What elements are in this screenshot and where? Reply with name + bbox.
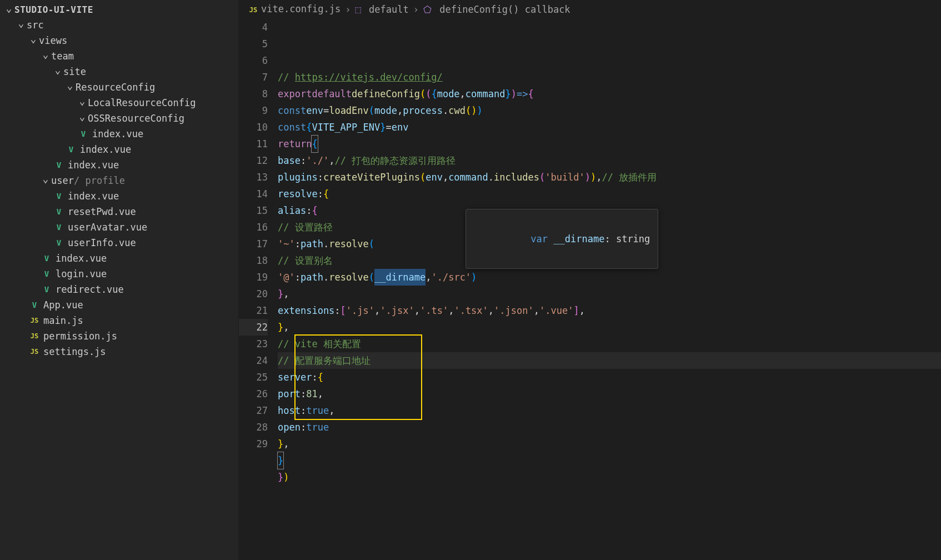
code-line[interactable]: const { VITE_APP_ENV } = env xyxy=(278,119,941,136)
tree-item-label: userInfo.vue xyxy=(68,237,136,248)
line-number: 8 xyxy=(239,86,268,102)
tree-item-label: views xyxy=(39,35,67,46)
tree-item-label: redirect.vue xyxy=(56,284,124,295)
line-number: 18 xyxy=(239,252,268,269)
line-number: 10 xyxy=(239,119,268,136)
chevron-down-icon xyxy=(78,98,87,107)
vue-icon xyxy=(78,128,89,139)
vue-icon xyxy=(29,299,40,311)
line-number: 15 xyxy=(239,202,268,219)
line-number: 27 xyxy=(239,402,268,419)
tree-item-label: settings.js xyxy=(43,346,106,357)
vue-icon xyxy=(53,191,64,202)
file-item[interactable]: index.vue xyxy=(0,251,238,266)
code-line[interactable]: }, xyxy=(278,319,941,336)
tree-item-label: src xyxy=(27,19,44,31)
code-line[interactable]: '@': path.resolve(__dirname, './src') xyxy=(278,269,941,286)
line-number: 24 xyxy=(239,352,268,369)
tree-item-label: index.vue xyxy=(68,191,119,202)
folder-item[interactable]: OSSResourceConfig xyxy=(0,111,238,126)
file-item[interactable]: redirect.vue xyxy=(0,282,238,297)
code-line[interactable]: // https://vitejs.dev/config/ xyxy=(278,69,941,86)
vue-icon xyxy=(41,253,52,264)
line-number: 29 xyxy=(239,436,268,452)
tree-item-label: index.vue xyxy=(68,159,119,171)
code-content[interactable]: // https://vitejs.dev/config/export defa… xyxy=(278,19,941,560)
tree-item-label: user xyxy=(51,175,74,186)
folder-item[interactable]: user / profile xyxy=(0,173,238,188)
folder-item[interactable]: team xyxy=(0,48,238,64)
code-line[interactable]: export default defineConfig(({ mode, com… xyxy=(278,86,941,102)
file-item[interactable]: index.vue xyxy=(0,188,238,204)
chevron-down-icon xyxy=(41,52,50,61)
breadcrumb-file[interactable]: vite.config.js xyxy=(248,3,341,16)
breadcrumb-separator: › xyxy=(345,4,351,15)
breadcrumb-separator: › xyxy=(413,4,419,15)
folder-item[interactable]: ResourceConfig xyxy=(0,79,238,95)
project-name: STUDIO-UI-VITE xyxy=(14,4,93,15)
code-line[interactable]: port: 81, xyxy=(278,386,941,402)
tree-item-label: site xyxy=(63,66,86,77)
code-line[interactable]: host: true, xyxy=(278,402,941,419)
line-number-gutter: 4567891011121314151617181920212223242526… xyxy=(239,19,278,560)
line-number: 28 xyxy=(239,419,268,436)
file-item[interactable]: index.vue xyxy=(0,142,238,157)
code-line[interactable]: // vite 相关配置 xyxy=(278,336,941,352)
tree-item-label: App.vue xyxy=(43,299,83,311)
file-explorer[interactable]: STUDIO-UI-VITE srcviewsteamsiteResourceC… xyxy=(0,0,239,560)
code-line[interactable]: }) xyxy=(278,469,941,486)
editor-pane: vite.config.js › ⬚ default › ⬠ defineCon… xyxy=(239,0,941,560)
code-line[interactable]: resolve: { xyxy=(278,186,941,202)
code-line[interactable]: } xyxy=(278,452,941,469)
file-item[interactable]: userAvatar.vue xyxy=(0,219,238,235)
line-number: 9 xyxy=(239,102,268,119)
tree-item-label: ResourceConfig xyxy=(76,82,155,93)
chevron-down-icon xyxy=(78,114,87,123)
file-item[interactable]: permission.js xyxy=(0,328,238,344)
tree-item-label: OSSResourceConfig xyxy=(88,113,184,124)
file-item[interactable]: userInfo.vue xyxy=(0,235,238,251)
breadcrumb-symbol-2[interactable]: ⬠ defineConfig() callback xyxy=(423,4,570,15)
breadcrumb[interactable]: vite.config.js › ⬚ default › ⬠ defineCon… xyxy=(239,0,941,19)
code-area[interactable]: 4567891011121314151617181920212223242526… xyxy=(239,19,941,560)
code-line[interactable] xyxy=(278,52,941,69)
vue-icon xyxy=(53,159,64,171)
file-item[interactable]: resetPwd.vue xyxy=(0,204,238,219)
file-item[interactable]: settings.js xyxy=(0,344,238,359)
tree-item-label: index.vue xyxy=(92,128,143,139)
code-line[interactable]: }, xyxy=(278,436,941,452)
file-item[interactable]: index.vue xyxy=(0,126,238,142)
code-line[interactable]: }, xyxy=(278,286,941,302)
tree-item-label: index.vue xyxy=(80,144,131,155)
line-number: 16 xyxy=(239,219,268,236)
breadcrumb-symbol-1[interactable]: ⬚ default xyxy=(356,4,409,15)
js-icon xyxy=(29,346,40,357)
code-line[interactable]: server: { xyxy=(278,369,941,386)
line-number: 20 xyxy=(239,286,268,302)
code-line[interactable]: // 配置服务端口地址 xyxy=(278,352,941,369)
folder-item[interactable]: site xyxy=(0,64,238,79)
folder-item[interactable]: views xyxy=(0,33,238,48)
chevron-down-icon xyxy=(29,36,38,45)
file-item[interactable]: App.vue xyxy=(0,297,238,313)
code-line[interactable]: extensions: ['.js', '.jsx', '.ts', '.tsx… xyxy=(278,302,941,319)
code-line[interactable]: plugins: createVitePlugins(env, command.… xyxy=(278,169,941,186)
folder-item[interactable]: LocalResourceConfig xyxy=(0,95,238,111)
line-number: 14 xyxy=(239,186,268,202)
project-root[interactable]: STUDIO-UI-VITE xyxy=(0,2,238,17)
chevron-down-icon xyxy=(66,83,74,92)
code-line[interactable]: return { xyxy=(278,136,941,152)
code-line[interactable]: base: './', // 打包的静态资源引用路径 xyxy=(278,152,941,169)
file-item[interactable]: login.vue xyxy=(0,266,238,282)
tree-item-label: permission.js xyxy=(43,331,117,342)
line-number: 23 xyxy=(239,336,268,352)
file-item[interactable]: index.vue xyxy=(0,157,238,173)
line-number: 26 xyxy=(239,386,268,402)
code-line[interactable]: open: true xyxy=(278,419,941,436)
hover-tooltip: var __dirname: string xyxy=(466,209,658,269)
file-item[interactable]: main.js xyxy=(0,313,238,328)
code-line[interactable]: const env = loadEnv(mode, process.cwd()) xyxy=(278,102,941,119)
vue-icon xyxy=(53,237,64,248)
folder-item[interactable]: src xyxy=(0,17,238,33)
chevron-down-icon xyxy=(41,176,50,185)
